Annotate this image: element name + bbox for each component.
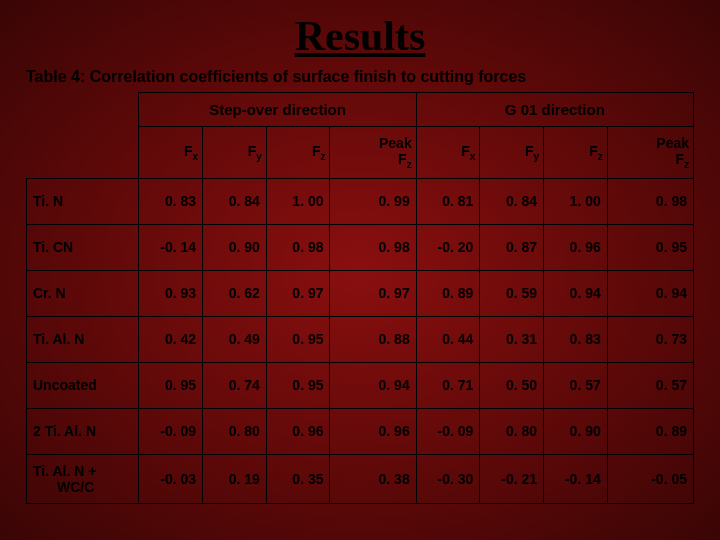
row-label: Ti. Al. N bbox=[27, 316, 139, 362]
cell: 0. 93 bbox=[139, 270, 203, 316]
row-label: Ti. N bbox=[27, 178, 139, 224]
table-row: Ti. Al. N + WC/C -0. 03 0. 19 0. 35 0. 3… bbox=[27, 454, 694, 503]
cell: 0. 73 bbox=[607, 316, 693, 362]
cell: -0. 03 bbox=[139, 454, 203, 503]
table-row: Ti. N 0. 83 0. 84 1. 00 0. 99 0. 81 0. 8… bbox=[27, 178, 694, 224]
row-label: Uncoated bbox=[27, 362, 139, 408]
results-table: Step-over direction G 01 direction Fx Fy… bbox=[26, 92, 694, 504]
cell: 0. 44 bbox=[416, 316, 480, 362]
cell: 0. 57 bbox=[544, 362, 608, 408]
cell: 0. 94 bbox=[607, 270, 693, 316]
cell: 0. 98 bbox=[607, 178, 693, 224]
cell: 0. 96 bbox=[544, 224, 608, 270]
cell: 0. 83 bbox=[544, 316, 608, 362]
table-sub-header-row: Fx Fy Fz PeakFz Fx Fy Fz PeakFz bbox=[27, 127, 694, 179]
table-row: Uncoated 0. 95 0. 74 0. 95 0. 94 0. 71 0… bbox=[27, 362, 694, 408]
cell: 0. 95 bbox=[266, 362, 330, 408]
cell: 0. 57 bbox=[607, 362, 693, 408]
table-caption: Table 4: Correlation coefficients of sur… bbox=[26, 68, 694, 86]
cell: 0. 49 bbox=[203, 316, 267, 362]
col-header-fz-so: Fz bbox=[266, 127, 330, 179]
cell: 0. 19 bbox=[203, 454, 267, 503]
slide: Results Table 4: Correlation coefficient… bbox=[0, 0, 720, 504]
cell: 0. 59 bbox=[480, 270, 544, 316]
cell: 0. 62 bbox=[203, 270, 267, 316]
page-title: Results bbox=[26, 12, 694, 60]
cell: 0. 97 bbox=[266, 270, 330, 316]
cell: 0. 98 bbox=[330, 224, 416, 270]
col-header-peakfz-g01: PeakFz bbox=[607, 127, 693, 179]
cell: 0. 42 bbox=[139, 316, 203, 362]
cell: 0. 71 bbox=[416, 362, 480, 408]
cell: -0. 05 bbox=[607, 454, 693, 503]
cell: -0. 20 bbox=[416, 224, 480, 270]
cell: 0. 74 bbox=[203, 362, 267, 408]
col-header-fy-g01: Fy bbox=[480, 127, 544, 179]
cell: 0. 96 bbox=[266, 408, 330, 454]
cell: 0. 89 bbox=[607, 408, 693, 454]
cell: 0. 84 bbox=[480, 178, 544, 224]
table-row: Ti. Al. N 0. 42 0. 49 0. 95 0. 88 0. 44 … bbox=[27, 316, 694, 362]
cell: 0. 99 bbox=[330, 178, 416, 224]
cell: 0. 80 bbox=[480, 408, 544, 454]
cell: -0. 09 bbox=[139, 408, 203, 454]
cell: 0. 95 bbox=[607, 224, 693, 270]
col-header-peakfz-so: PeakFz bbox=[330, 127, 416, 179]
row-label: Cr. N bbox=[27, 270, 139, 316]
col-header-fx-g01: Fx bbox=[416, 127, 480, 179]
table-group-header-row: Step-over direction G 01 direction bbox=[27, 93, 694, 127]
cell: 0. 94 bbox=[544, 270, 608, 316]
cell: 1. 00 bbox=[266, 178, 330, 224]
cell: 0. 35 bbox=[266, 454, 330, 503]
cell: 0. 31 bbox=[480, 316, 544, 362]
cell: 0. 84 bbox=[203, 178, 267, 224]
cell: 0. 96 bbox=[330, 408, 416, 454]
cell: -0. 30 bbox=[416, 454, 480, 503]
row-label: Ti. CN bbox=[27, 224, 139, 270]
cell: 0. 90 bbox=[544, 408, 608, 454]
row-label: Ti. Al. N + WC/C bbox=[27, 454, 139, 503]
cell: 0. 81 bbox=[416, 178, 480, 224]
cell: -0. 14 bbox=[544, 454, 608, 503]
cell: 0. 94 bbox=[330, 362, 416, 408]
cell: 0. 89 bbox=[416, 270, 480, 316]
cell: 0. 87 bbox=[480, 224, 544, 270]
cell: 1. 00 bbox=[544, 178, 608, 224]
cell: 0. 50 bbox=[480, 362, 544, 408]
col-header-fy-so: Fy bbox=[203, 127, 267, 179]
group-header-stepover: Step-over direction bbox=[139, 93, 416, 127]
table-corner bbox=[27, 127, 139, 179]
col-header-fz-g01: Fz bbox=[544, 127, 608, 179]
cell: 0. 38 bbox=[330, 454, 416, 503]
cell: -0. 09 bbox=[416, 408, 480, 454]
cell: 0. 95 bbox=[139, 362, 203, 408]
cell: 0. 97 bbox=[330, 270, 416, 316]
table-row: 2 Ti. Al. N -0. 09 0. 80 0. 96 0. 96 -0.… bbox=[27, 408, 694, 454]
cell: -0. 14 bbox=[139, 224, 203, 270]
table-corner bbox=[27, 93, 139, 127]
table-row: Cr. N 0. 93 0. 62 0. 97 0. 97 0. 89 0. 5… bbox=[27, 270, 694, 316]
group-header-g01: G 01 direction bbox=[416, 93, 693, 127]
cell: 0. 95 bbox=[266, 316, 330, 362]
cell: 0. 80 bbox=[203, 408, 267, 454]
cell: 0. 90 bbox=[203, 224, 267, 270]
cell: -0. 21 bbox=[480, 454, 544, 503]
table-row: Ti. CN -0. 14 0. 90 0. 98 0. 98 -0. 20 0… bbox=[27, 224, 694, 270]
col-header-fx-so: Fx bbox=[139, 127, 203, 179]
cell: 0. 98 bbox=[266, 224, 330, 270]
cell: 0. 83 bbox=[139, 178, 203, 224]
row-label: 2 Ti. Al. N bbox=[27, 408, 139, 454]
table-body: Ti. N 0. 83 0. 84 1. 00 0. 99 0. 81 0. 8… bbox=[27, 178, 694, 503]
cell: 0. 88 bbox=[330, 316, 416, 362]
